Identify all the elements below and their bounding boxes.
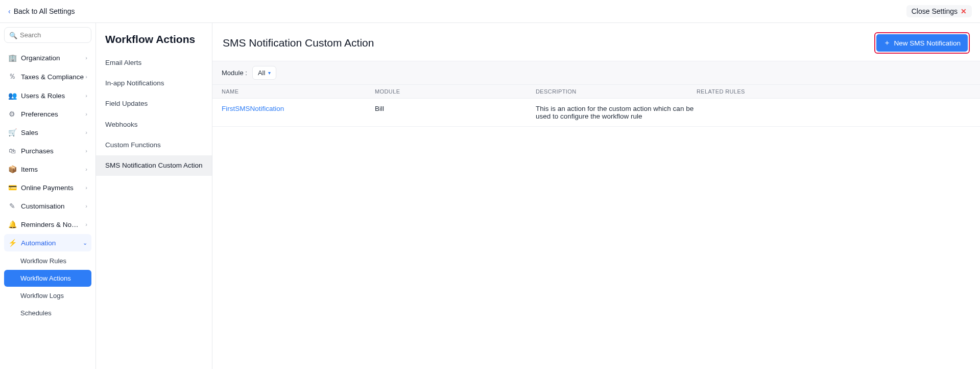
midbar-title: Workflow Actions (96, 31, 212, 53)
filter-bar: Module : All ▾ (212, 61, 980, 85)
card-icon: 💳 (8, 183, 16, 192)
new-sms-notification-button[interactable]: ＋ New SMS Notification (876, 34, 968, 52)
sidebar-item-label: Purchases (21, 147, 54, 155)
settings-sidebar: 🔍 🏢Organization › ％Taxes & Compliance › … (0, 23, 96, 369)
users-icon: 👥 (8, 91, 16, 100)
new-button-highlight: ＋ New SMS Notification (874, 32, 970, 54)
actions-table: NAME MODULE DESCRIPTION RELATED RULES Fi… (212, 85, 980, 127)
search-icon: 🔍 (9, 31, 17, 39)
chevron-right-icon: › (85, 55, 87, 61)
sidebar-item-items[interactable]: 📦Items › (4, 160, 91, 178)
box-icon: 📦 (8, 165, 16, 173)
close-settings-label: Close Settings (912, 7, 958, 15)
cart-icon: 🛒 (8, 128, 16, 136)
mid-item-email-alerts[interactable]: Email Alerts (96, 53, 212, 73)
sidebar-item-label: Automation (21, 239, 56, 247)
col-header-name: NAME (222, 88, 375, 95)
layout: 🔍 🏢Organization › ％Taxes & Compliance › … (0, 23, 980, 369)
search-wrap: 🔍 (4, 27, 91, 43)
back-to-settings-link[interactable]: ‹ Back to All Settings (8, 7, 75, 15)
chevron-right-icon: › (85, 203, 87, 209)
mid-item-webhooks[interactable]: Webhooks (96, 114, 212, 135)
chevron-right-icon: › (85, 166, 87, 172)
sidebar-item-automation[interactable]: ⚡Automation ⌄ (4, 234, 91, 251)
pencil-icon: ✎ (8, 202, 16, 210)
col-header-description: DESCRIPTION (536, 88, 697, 95)
chevron-right-icon: › (85, 148, 87, 154)
back-label: Back to All Settings (14, 7, 75, 15)
automation-subnav: Workflow Rules Workflow Actions Workflow… (4, 252, 91, 321)
sidebar-item-label: Preferences (21, 110, 58, 118)
chevron-right-icon: › (85, 93, 87, 99)
sidebar-item-users[interactable]: 👥Users & Roles › (4, 87, 91, 104)
workflow-actions-panel: Workflow Actions Email Alerts In-app Not… (96, 23, 212, 369)
sidebar-item-label: Sales (21, 129, 38, 136)
subnav-workflow-actions[interactable]: Workflow Actions (4, 270, 91, 287)
plus-icon: ＋ (883, 38, 891, 48)
mid-item-field-updates[interactable]: Field Updates (96, 94, 212, 114)
main-header: SMS Notification Custom Action ＋ New SMS… (212, 23, 980, 61)
sidebar-item-label: Items (21, 166, 38, 173)
chevron-right-icon: › (85, 221, 87, 227)
sidebar-item-label: Users & Roles (21, 92, 65, 100)
building-icon: 🏢 (8, 54, 16, 62)
close-icon: ✕ (961, 7, 967, 15)
subnav-workflow-logs[interactable]: Workflow Logs (4, 287, 91, 304)
bell-icon: 🔔 (8, 220, 16, 228)
row-name-link[interactable]: FirstSMSNotification (222, 105, 284, 112)
filter-label: Module : (222, 69, 247, 77)
sidebar-item-sales[interactable]: 🛒Sales › (4, 124, 91, 141)
close-settings-button[interactable]: Close Settings ✕ (906, 5, 972, 17)
sidebar-item-reminders[interactable]: 🔔Reminders & Notifica… › (4, 216, 91, 233)
col-header-related: RELATED RULES (697, 88, 971, 95)
chevron-right-icon: › (85, 129, 87, 135)
main-content: SMS Notification Custom Action ＋ New SMS… (212, 23, 980, 369)
row-description: This is an action for the custom action … (536, 105, 697, 120)
sidebar-item-taxes[interactable]: ％Taxes & Compliance › (4, 67, 91, 86)
chevron-right-icon: › (85, 111, 87, 117)
mid-item-inapp-notifications[interactable]: In-app Notifications (96, 73, 212, 94)
chevron-down-icon: ▾ (268, 70, 271, 76)
chevron-right-icon: › (85, 184, 87, 191)
midbar-list: Email Alerts In-app Notifications Field … (96, 53, 212, 176)
tax-icon: ％ (8, 72, 16, 81)
subnav-schedules[interactable]: Schedules (4, 305, 91, 321)
bag-icon: 🛍 (8, 147, 16, 155)
row-module: Bill (375, 105, 536, 112)
chevron-left-icon: ‹ (8, 7, 11, 15)
sidebar-item-label: Reminders & Notifica… (21, 221, 80, 228)
sidebar-item-preferences[interactable]: ⚙Preferences › (4, 105, 91, 123)
new-button-label: New SMS Notification (894, 39, 961, 47)
sidebar-item-online-payments[interactable]: 💳Online Payments › (4, 179, 91, 196)
col-header-module: MODULE (375, 88, 536, 95)
sidebar-item-label: Organization (21, 54, 60, 62)
subnav-workflow-rules[interactable]: Workflow Rules (4, 252, 91, 269)
sidebar-item-label: Online Payments (21, 184, 74, 192)
mid-item-sms-notification[interactable]: SMS Notification Custom Action (96, 155, 212, 176)
sidebar-item-organization[interactable]: 🏢Organization › (4, 49, 91, 66)
module-filter-select[interactable]: All ▾ (252, 66, 276, 80)
sidebar-item-label: Taxes & Compliance (21, 73, 84, 81)
mid-item-custom-functions[interactable]: Custom Functions (96, 135, 212, 155)
chevron-down-icon: ⌄ (83, 240, 87, 246)
table-row[interactable]: FirstSMSNotification Bill This is an act… (212, 99, 980, 127)
sliders-icon: ⚙ (8, 110, 16, 118)
chevron-right-icon: › (85, 74, 87, 80)
sidebar-item-customisation[interactable]: ✎Customisation › (4, 197, 91, 215)
topbar: ‹ Back to All Settings Close Settings ✕ (0, 0, 980, 23)
sidebar-item-label: Customisation (21, 202, 65, 210)
page-title: SMS Notification Custom Action (223, 37, 374, 49)
sidebar-item-purchases[interactable]: 🛍Purchases › (4, 142, 91, 159)
filter-selected-value: All (258, 69, 265, 77)
bolt-icon: ⚡ (8, 239, 16, 247)
table-header: NAME MODULE DESCRIPTION RELATED RULES (212, 85, 980, 99)
